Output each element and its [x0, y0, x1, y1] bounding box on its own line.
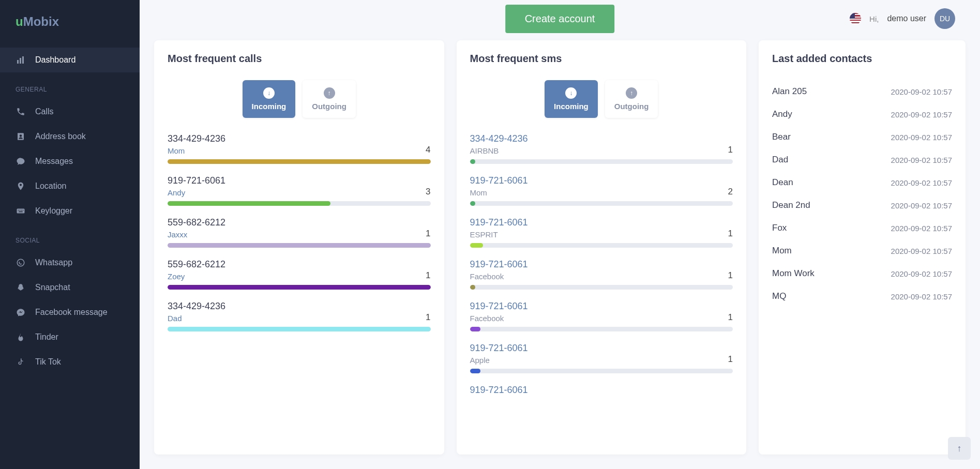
nav-label: Whatsapp: [35, 258, 72, 267]
contact-row[interactable]: Alan 205 2020-09-02 10:57: [772, 80, 952, 103]
nav-tinder[interactable]: Tinder: [0, 325, 140, 350]
contact-name: Bear: [772, 132, 791, 142]
tabs-sms: ↓ Incoming ↑ Outgoing: [470, 80, 733, 118]
progress-bar: [168, 159, 431, 164]
contact-row[interactable]: Dad 2020-09-02 10:57: [772, 148, 952, 171]
contact-name[interactable]: Dad: [168, 314, 225, 323]
address-book-icon: [16, 131, 26, 142]
contact-name[interactable]: Zoey: [168, 272, 225, 281]
sms-row[interactable]: 334-429-4236 AIRBNB 1: [470, 133, 733, 164]
contact-name[interactable]: Mom: [168, 146, 225, 155]
nav-facebook-message[interactable]: Facebook message: [0, 300, 140, 325]
call-row[interactable]: 559-682-6212 Jaxxx 1: [168, 217, 431, 248]
arrow-down-icon: ↓: [263, 87, 275, 99]
whatsapp-icon: [16, 258, 26, 268]
messenger-icon: [16, 307, 26, 317]
call-row[interactable]: 559-682-6212 Zoey 1: [168, 259, 431, 290]
phone-number[interactable]: 919-721-6061: [470, 301, 528, 312]
tab-label: Incoming: [252, 102, 287, 111]
call-row[interactable]: 334-429-4236 Dad 1: [168, 301, 431, 331]
card-title: Most frequent sms: [470, 53, 733, 65]
call-row[interactable]: 919-721-6061 Andy 3: [168, 175, 431, 206]
tab-outgoing[interactable]: ↑ Outgoing: [303, 80, 356, 118]
tab-outgoing[interactable]: ↑ Outgoing: [605, 80, 658, 118]
phone-number[interactable]: 919-721-6061: [470, 259, 528, 270]
tab-label: Incoming: [554, 102, 589, 111]
sms-row[interactable]: 919-721-6061 Facebook 1: [470, 301, 733, 331]
call-count: 3: [426, 187, 430, 197]
tab-incoming[interactable]: ↓ Incoming: [545, 80, 598, 118]
avatar[interactable]: DU: [934, 8, 955, 29]
sms-count: 1: [728, 270, 733, 281]
nav-label: Tinder: [35, 332, 58, 342]
phone-number: 334-429-4236: [168, 133, 225, 144]
contact-date: 2020-09-02 10:57: [891, 201, 952, 210]
svg-rect-5: [20, 210, 21, 211]
contact-row[interactable]: MQ 2020-09-02 10:57: [772, 285, 952, 308]
sms-row[interactable]: 919-721-6061 Mom 2: [470, 175, 733, 206]
tiktok-icon: [16, 357, 26, 367]
contact-date: 2020-09-02 10:57: [891, 224, 952, 233]
contact-name[interactable]: Jaxxx: [168, 230, 225, 239]
nav-messages[interactable]: Messages: [0, 149, 140, 174]
nav-tiktok[interactable]: Tik Tok: [0, 350, 140, 374]
nav-dashboard[interactable]: Dashboard: [0, 48, 140, 72]
contact-row[interactable]: Fox 2020-09-02 10:57: [772, 217, 952, 239]
svg-rect-0: [17, 60, 19, 64]
progress-bar: [168, 201, 431, 206]
sms-list: 334-429-4236 AIRBNB 1 919-721-6061 Mom 2…: [470, 133, 733, 396]
svg-rect-4: [18, 210, 19, 211]
svg-rect-6: [21, 210, 22, 211]
contact-row[interactable]: Dean 2020-09-02 10:57: [772, 171, 952, 194]
contact-date: 2020-09-02 10:57: [891, 87, 952, 96]
create-account-button[interactable]: Create account: [505, 5, 615, 33]
contact-name: Mom: [470, 188, 528, 197]
nav-keylogger[interactable]: Keylogger: [0, 199, 140, 223]
scroll-top-button[interactable]: ↑: [948, 437, 971, 460]
phone-number[interactable]: 334-429-4236: [470, 133, 528, 144]
nav-snapchat[interactable]: Snapchat: [0, 275, 140, 300]
contact-row[interactable]: Bear 2020-09-02 10:57: [772, 126, 952, 148]
phone-number[interactable]: 919-721-6061: [470, 217, 528, 228]
phone-number[interactable]: 919-721-6061: [470, 343, 528, 354]
sms-row[interactable]: 919-721-6061: [470, 385, 733, 396]
nav-calls[interactable]: Calls: [0, 99, 140, 124]
nav-label: Messages: [35, 157, 73, 166]
phone-number[interactable]: 919-721-6061: [470, 175, 528, 186]
nav-label: Location: [35, 181, 67, 191]
sms-count: 1: [728, 145, 733, 155]
phone-number[interactable]: 919-721-6061: [470, 385, 528, 396]
contact-row[interactable]: Dean 2nd 2020-09-02 10:57: [772, 194, 952, 217]
nav-address-book[interactable]: Address book: [0, 124, 140, 149]
greeting-text: Hi,: [869, 14, 879, 23]
call-row[interactable]: 334-429-4236 Mom 4: [168, 133, 431, 164]
logo[interactable]: uMobix: [0, 0, 140, 48]
contact-date: 2020-09-02 10:57: [891, 156, 952, 164]
sms-row[interactable]: 919-721-6061 Apple 1: [470, 343, 733, 373]
contact-row[interactable]: Mom 2020-09-02 10:57: [772, 239, 952, 262]
nav-whatsapp[interactable]: Whatsapp: [0, 250, 140, 275]
arrow-down-icon: ↓: [565, 87, 577, 99]
contact-name: Mom Work: [772, 268, 815, 279]
tab-label: Outgoing: [614, 102, 649, 111]
username-text[interactable]: demo user: [887, 14, 926, 23]
contacts-list: Alan 205 2020-09-02 10:57 Andy 2020-09-0…: [772, 80, 952, 308]
tab-incoming[interactable]: ↓ Incoming: [243, 80, 296, 118]
sms-row[interactable]: 919-721-6061 ESPRIT 1: [470, 217, 733, 248]
arrow-up-icon: ↑: [957, 443, 962, 454]
contact-name: Mom: [772, 246, 792, 256]
phone-number: 919-721-6061: [168, 175, 225, 186]
nav-location[interactable]: Location: [0, 174, 140, 199]
nav-section-social: SOCIAL: [0, 223, 140, 250]
contact-name: Facebook: [470, 314, 528, 323]
contact-name: Dad: [772, 155, 788, 165]
sms-row[interactable]: 919-721-6061 Facebook 1: [470, 259, 733, 290]
flag-us-icon[interactable]: [850, 13, 861, 24]
contact-row[interactable]: Mom Work 2020-09-02 10:57: [772, 262, 952, 285]
contact-name[interactable]: Andy: [168, 188, 225, 197]
progress-bar: [470, 327, 733, 331]
nav-label: Dashboard: [35, 55, 76, 65]
contact-row[interactable]: Andy 2020-09-02 10:57: [772, 103, 952, 126]
contact-date: 2020-09-02 10:57: [891, 110, 952, 119]
messages-icon: [16, 156, 26, 167]
